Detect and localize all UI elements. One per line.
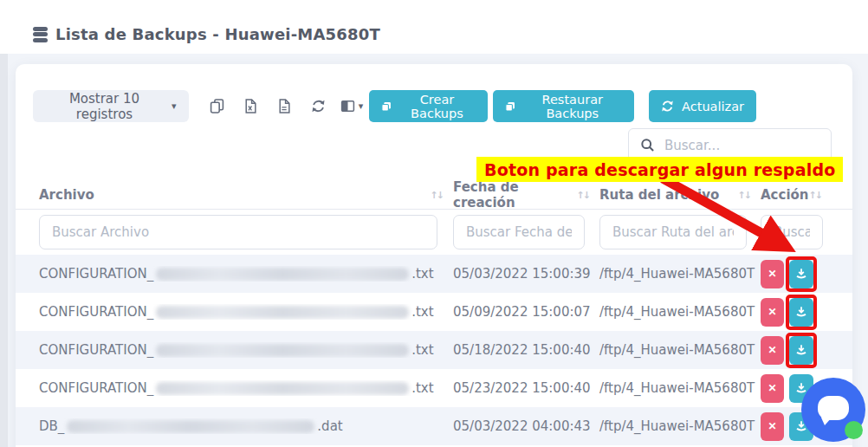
delete-icon: ✕: [768, 382, 776, 394]
table-row: CONFIGURATION_ .txt 05/03/2022 15:00:39 …: [16, 255, 852, 293]
created-at-cell: 05/03/2022 04:00:43: [453, 418, 599, 434]
path-cell: /ftp/4_Huawei-MA5680T: [599, 266, 761, 282]
file-ext: .txt: [411, 380, 433, 396]
file-prefix: CONFIGURATION_: [39, 342, 153, 358]
online-status-dot: [845, 421, 863, 439]
path-cell: /ftp/4_Huawei-MA5680T: [599, 418, 761, 434]
refresh-icon: [311, 99, 326, 113]
download-highlight-box: [786, 333, 817, 368]
sort-icon[interactable]: ↑↓: [577, 190, 589, 201]
left-edge: [0, 0, 8, 447]
table-header: Archivo ↑↓ Fecha de creación ↑↓ Ruta del…: [16, 179, 852, 210]
created-at-cell: 05/18/2022 15:00:40: [453, 342, 599, 358]
file-ext: .txt: [411, 266, 433, 282]
download-button[interactable]: [789, 336, 813, 365]
column-visibility-button[interactable]: ▾: [335, 90, 369, 122]
delete-button[interactable]: ✕: [761, 336, 784, 365]
copy-icon: [210, 99, 224, 113]
filter-ruta-input[interactable]: [599, 215, 747, 249]
path-cell: /ftp/4_Huawei-MA5680T: [599, 380, 761, 396]
export-excel-button[interactable]: [234, 90, 268, 122]
table-toolbar: Mostrar 10 registros ▾: [33, 90, 832, 122]
file-icon: [277, 99, 291, 113]
delete-button[interactable]: ✕: [761, 412, 784, 441]
top-bar: Lista de Backups - Huawei-MA5680T: [0, 0, 868, 54]
delete-icon: ✕: [768, 344, 776, 356]
download-icon: [795, 306, 807, 318]
download-highlight-box: [786, 295, 817, 330]
filter-accion-input[interactable]: [761, 215, 823, 249]
file-prefix: DB_: [39, 418, 64, 434]
export-buttons: ▾: [200, 90, 369, 122]
table-row: CONFIGURATION_ .txt 05/23/2022 15:00:40 …: [16, 369, 852, 407]
redacted-file-name: [67, 420, 314, 433]
redacted-file-name: [156, 306, 409, 319]
created-at-cell: 05/23/2022 15:00:40: [453, 380, 599, 396]
columns-icon: [340, 99, 355, 113]
file-prefix: CONFIGURATION_: [39, 304, 153, 320]
sort-icon[interactable]: ↑↓: [738, 190, 750, 201]
backup-icon: [505, 100, 515, 113]
download-button[interactable]: [789, 260, 813, 288]
redacted-file-name: [156, 382, 409, 395]
database-icon: [33, 27, 48, 42]
filter-archivo-input[interactable]: [39, 215, 437, 249]
chat-widget-button[interactable]: [801, 378, 865, 442]
file-prefix: CONFIGURATION_: [39, 266, 153, 282]
table-body: CONFIGURATION_ .txt 05/03/2022 15:00:39 …: [16, 255, 852, 445]
file-name-cell: CONFIGURATION_ .txt: [39, 380, 453, 396]
caret-down-icon: ▾: [172, 101, 177, 111]
sort-icon[interactable]: ↑↓: [431, 190, 443, 201]
delete-icon: ✕: [768, 268, 776, 280]
file-prefix: CONFIGURATION_: [39, 380, 153, 396]
reload-button[interactable]: [301, 90, 335, 122]
export-file-button[interactable]: [268, 90, 301, 122]
search-icon: [640, 138, 655, 152]
copy-button[interactable]: [200, 90, 234, 122]
actions-cell: ✕: [761, 256, 832, 292]
file-name-cell: CONFIGURATION_ .txt: [39, 304, 453, 320]
created-at-cell: 05/03/2022 15:00:39: [453, 266, 599, 282]
path-cell: /ftp/4_Huawei-MA5680T: [599, 342, 761, 358]
backups-card: Mostrar 10 registros ▾: [16, 64, 852, 447]
chat-bubble-icon: [818, 396, 849, 420]
excel-file-icon: [243, 99, 257, 113]
column-header-archivo[interactable]: Archivo ↑↓: [39, 179, 453, 211]
delete-icon: ✕: [768, 420, 776, 432]
delete-button[interactable]: ✕: [761, 298, 784, 327]
redacted-file-name: [156, 268, 409, 281]
column-filters: [16, 210, 852, 255]
refresh-list-button[interactable]: Actualizar: [649, 90, 756, 122]
delete-button[interactable]: ✕: [761, 260, 784, 288]
column-header-accion[interactable]: Acción ↑↓: [761, 179, 832, 211]
file-ext: .txt: [411, 304, 433, 320]
download-button[interactable]: [789, 298, 813, 327]
backups-page: Lista de Backups - Huawei-MA5680T Mostra…: [0, 0, 868, 447]
search-input[interactable]: [664, 138, 822, 153]
actions-cell: ✕: [761, 333, 832, 368]
download-highlight-box: [786, 256, 817, 292]
action-buttons: Crear Backups Restaurar Backups: [369, 90, 756, 122]
download-icon: [795, 268, 807, 280]
file-name-cell: CONFIGURATION_ .txt: [39, 266, 453, 282]
file-ext: .txt: [411, 342, 433, 358]
file-name-cell: CONFIGURATION_ .txt: [39, 342, 453, 358]
download-icon: [795, 344, 807, 356]
annotation-label: Boton para descargar algun respaldo: [476, 157, 843, 182]
page-title: Lista de Backups - Huawei-MA5680T: [55, 25, 380, 43]
sort-icon[interactable]: ↑↓: [809, 190, 821, 201]
column-header-ruta[interactable]: Ruta del archivo ↑↓: [599, 179, 761, 211]
table-row: CONFIGURATION_ .txt 05/09/2022 15:00:07 …: [16, 293, 852, 331]
filter-fecha-input[interactable]: [453, 215, 585, 249]
file-ext: .dat: [317, 418, 342, 434]
table-row: CONFIGURATION_ .txt 05/18/2022 15:00:40 …: [16, 331, 852, 369]
file-name-cell: DB_ .dat: [39, 418, 453, 434]
delete-button[interactable]: ✕: [761, 374, 784, 403]
actions-cell: ✕: [761, 295, 832, 330]
column-header-fecha[interactable]: Fecha de creación ↑↓: [453, 179, 599, 211]
create-backups-button[interactable]: Crear Backups: [369, 90, 488, 122]
delete-icon: ✕: [768, 306, 776, 318]
show-entries-dropdown[interactable]: Mostrar 10 registros ▾: [33, 90, 189, 122]
table-row: DB_ .dat 05/03/2022 04:00:43 /ftp/4_Huaw…: [16, 407, 852, 445]
restore-backups-button[interactable]: Restaurar Backups: [493, 90, 634, 122]
